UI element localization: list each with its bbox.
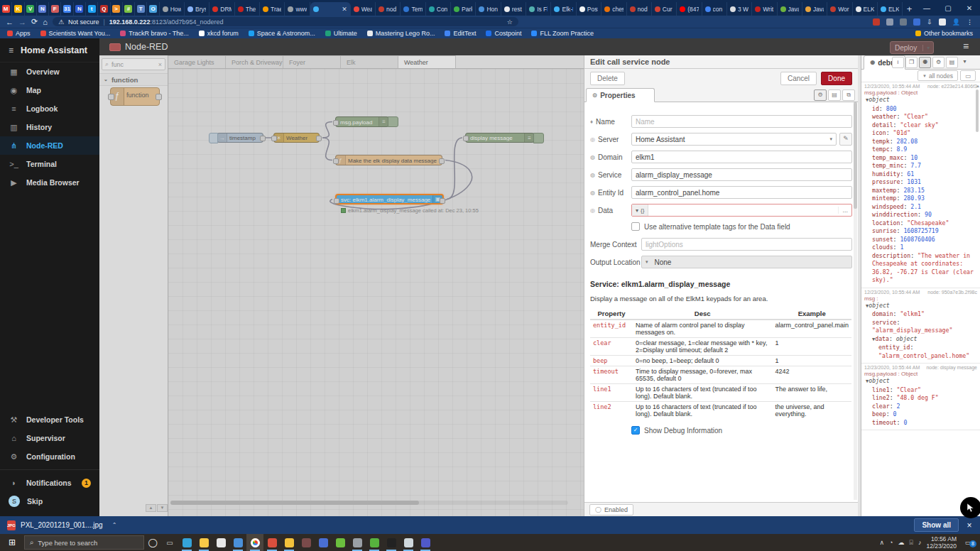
- service-input[interactable]: [631, 168, 852, 181]
- input-port[interactable]: [333, 120, 339, 126]
- home-icon[interactable]: ⌂: [43, 18, 48, 26]
- deploy-button[interactable]: Deploy ▾: [890, 41, 934, 54]
- browser-tab[interactable]: Java: [802, 2, 827, 16]
- downloads-icon[interactable]: ⇩: [927, 18, 932, 26]
- sidebar-info-icon[interactable]: i: [892, 57, 904, 68]
- sidebar-help-icon[interactable]: ❐: [905, 57, 918, 68]
- clear-search-icon[interactable]: ×: [158, 61, 162, 68]
- taskbar-app-edge[interactable]: [178, 534, 195, 551]
- profile-avatar[interactable]: 👤: [952, 18, 960, 26]
- tray-scrollbar[interactable]: [854, 102, 857, 500]
- maximize-icon[interactable]: ▢: [937, 4, 959, 12]
- close-download-bar-icon[interactable]: ×: [959, 520, 980, 530]
- sidebar-item-node-red[interactable]: ⋔Node-RED: [0, 136, 99, 155]
- palette-scroll-up[interactable]: ▲: [146, 504, 156, 512]
- flow-tab-elk[interactable]: Elk: [341, 55, 398, 68]
- pinned-tab-netflix[interactable]: N: [74, 2, 86, 16]
- output-port[interactable]: [316, 136, 322, 141]
- taskbar-app-app-document[interactable]: [263, 534, 281, 551]
- data-typed-input[interactable]: ▾{} ...: [631, 204, 852, 217]
- node-enabled-toggle[interactable]: ◯ Enabled: [589, 504, 633, 515]
- input-port[interactable]: [333, 158, 339, 164]
- deploy-options-caret[interactable]: ▾: [922, 45, 933, 51]
- download-item[interactable]: JPG PXL_20201219_001....jpg ⌃: [7, 520, 116, 530]
- taskbar-clock[interactable]: 10:56 AM 12/23/2020: [926, 535, 957, 550]
- sidebar-config-icon[interactable]: ⚙: [932, 57, 944, 68]
- sidebar-item-notifications[interactable]: ◗ Notifications 1: [0, 474, 99, 492]
- input-port[interactable]: [463, 136, 469, 141]
- browser-tab[interactable]: Brys: [185, 2, 209, 16]
- bookmark-item[interactable]: FLL Zoom Practice: [531, 30, 594, 37]
- show-all-downloads-button[interactable]: Show all: [914, 518, 959, 532]
- bookmark-item[interactable]: xkcd forum: [199, 30, 239, 37]
- done-button[interactable]: Done: [821, 72, 852, 85]
- debug-message[interactable]: 12/23/2020, 10:55:44 AMnode: display mes…: [861, 364, 980, 430]
- data-expand-button[interactable]: ...: [838, 207, 851, 214]
- debug-filter-button[interactable]: ▼all nodes: [918, 70, 958, 81]
- server-select[interactable]: Home Assistant▾: [631, 133, 837, 146]
- debug-message[interactable]: 12/23/2020, 10:55:44 AMnode: e223e214.80…: [861, 82, 980, 288]
- extension-icon[interactable]: [900, 18, 907, 26]
- browser-tab[interactable]: Wea: [351, 2, 376, 16]
- sidebar-item-overview[interactable]: ▦Overview: [0, 62, 99, 81]
- pinned-tab-calendar[interactable]: 31: [61, 2, 73, 16]
- browser-tab[interactable]: rest: [501, 2, 526, 16]
- debug-node-display-message[interactable]: display message≡: [465, 133, 535, 143]
- sidebar-item-map[interactable]: ◉Map: [0, 81, 99, 99]
- browser-tab[interactable]: Writ: [752, 2, 777, 16]
- tray-clock-icon[interactable]: ◔: [889, 539, 893, 546]
- taskbar-app-app-dark[interactable]: [298, 534, 315, 551]
- merge-context-input[interactable]: [641, 238, 852, 251]
- new-tab-button[interactable]: +: [903, 2, 916, 16]
- taskbar-app-notepad[interactable]: [400, 534, 417, 551]
- browser-tab[interactable]: Hon: [476, 2, 501, 16]
- input-port[interactable]: [334, 198, 339, 204]
- debug-message[interactable]: 12/23/2020, 10:55:44 AMnode: 950a7e3b.2f…: [861, 288, 980, 364]
- output-port[interactable]: [440, 198, 445, 204]
- apps-shortcut[interactable]: Apps: [7, 30, 31, 37]
- bookmark-item[interactable]: Mastering Lego Ro...: [367, 30, 435, 37]
- pinned-tab-news[interactable]: N: [37, 2, 49, 16]
- flow-tab-weather[interactable]: Weather: [398, 55, 456, 68]
- sidebar-item-logbook[interactable]: ≡Logbook: [0, 99, 99, 118]
- browser-tab[interactable]: Trae: [260, 2, 285, 16]
- pinned-tab-gmail[interactable]: M: [0, 2, 12, 16]
- browser-tab[interactable]: ELK: [853, 2, 878, 16]
- sidebar-toggle-icon[interactable]: ≡: [9, 45, 13, 55]
- browser-tab[interactable]: ELK: [878, 2, 903, 16]
- palette-node-function[interactable]: ƒ function: [110, 87, 160, 106]
- action-center-icon[interactable]: ▭8: [962, 539, 974, 546]
- debug-toggle-button[interactable]: [533, 133, 544, 143]
- download-caret-icon[interactable]: ⌃: [112, 522, 117, 528]
- browser-tab[interactable]: Con: [426, 2, 451, 16]
- browser-tab[interactable]: DRM: [209, 2, 234, 16]
- browser-tab[interactable]: Park: [451, 2, 476, 16]
- show-debug-checkbox[interactable]: ✓: [631, 426, 640, 435]
- pinned-tab-voice[interactable]: V: [25, 2, 37, 16]
- flow-tab-foyer[interactable]: Foyer: [283, 55, 341, 68]
- sidebar-item-profile[interactable]: S Skip: [0, 492, 99, 511]
- domain-input[interactable]: [631, 151, 852, 163]
- bookmark-item[interactable]: Scientists Want You...: [40, 30, 111, 37]
- extension-icon[interactable]: [913, 18, 920, 26]
- browser-tab[interactable]: (847: [677, 2, 702, 16]
- bookmark-item[interactable]: Ultimate: [325, 30, 357, 37]
- back-icon[interactable]: ←: [6, 18, 13, 26]
- browser-tab[interactable]: nod: [376, 2, 401, 16]
- sidebar-item-configuration[interactable]: ⚙Configuration: [0, 447, 99, 466]
- extension-icon[interactable]: [886, 18, 893, 26]
- entity-id-input[interactable]: [631, 186, 852, 199]
- tab-properties[interactable]: ⚙ Properties: [586, 88, 655, 102]
- pinned-tab-twitter[interactable]: t: [86, 2, 98, 16]
- taskbar-search[interactable]: ⌕ Type here to search: [24, 535, 144, 550]
- browser-tab[interactable]: www: [285, 2, 310, 16]
- browser-tab[interactable]: The: [235, 2, 260, 16]
- cancel-button[interactable]: Cancel: [780, 72, 817, 85]
- browser-menu-icon[interactable]: ⋮: [967, 18, 973, 26]
- browser-tab[interactable]: How: [160, 2, 185, 16]
- call-service-node[interactable]: svc: elkm1.alarm_display_message▣: [335, 194, 444, 204]
- palette-category-function[interactable]: ⌄ function: [99, 73, 168, 86]
- edit-properties-icon[interactable]: ⚙: [814, 89, 827, 101]
- bookmark-item[interactable]: TrackR bravo - The...: [120, 30, 189, 37]
- delete-button[interactable]: Delete: [590, 72, 625, 85]
